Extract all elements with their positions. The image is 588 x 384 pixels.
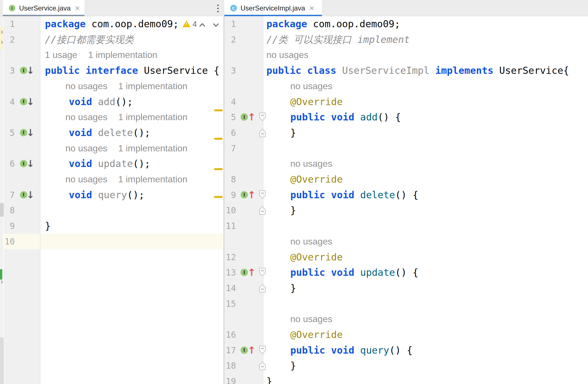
code-text: package com.oop.demo09; — [266, 16, 400, 32]
code-line: 5I↓void delete(); — [4, 125, 223, 141]
inlay-hint-line: no usages — [224, 311, 588, 327]
code-line: 19} — [224, 373, 588, 384]
usage-hint[interactable]: no usages — [65, 174, 107, 184]
inlay-hint-line: no usages — [224, 234, 588, 249]
code-line: 11 — [224, 218, 588, 234]
usage-hint[interactable]: no usages — [290, 236, 332, 247]
inlay-hints: no usages — [290, 234, 343, 249]
implements-method-gutter-icon[interactable]: I — [241, 347, 248, 354]
usage-hint[interactable]: 1 usage — [45, 50, 77, 60]
fold-region-end-icon[interactable] — [259, 360, 267, 373]
warning-stripe-mark[interactable] — [214, 168, 223, 170]
warning-triangle-icon[interactable]: ! — [183, 20, 191, 27]
arrow-down-icon[interactable]: ↓ — [26, 94, 35, 110]
code-token — [92, 96, 98, 107]
tab-userservice-java[interactable]: I UserService.java × — [3, 0, 84, 16]
line-number: 10 — [224, 203, 236, 218]
implements-method-gutter-icon[interactable]: I — [241, 113, 248, 121]
code-token: public void — [290, 345, 354, 356]
warning-stripe-mark[interactable] — [214, 138, 223, 140]
code-text: public void update() { — [290, 265, 418, 280]
close-tab-icon[interactable]: × — [309, 4, 314, 12]
implements-method-gutter-icon[interactable]: I — [241, 191, 248, 199]
code-line: 3I↓public interface UserService { — [4, 63, 223, 78]
code-token — [354, 189, 360, 201]
code-token: query — [98, 189, 127, 201]
inlay-hint-line: no usages — [224, 156, 588, 172]
code-text: } — [290, 203, 296, 218]
code-text: public class UserServiceImpl implements … — [266, 63, 569, 78]
empty-line — [4, 280, 223, 296]
usage-hint[interactable]: 1 implementation — [118, 112, 188, 122]
code-token: public void — [290, 189, 354, 201]
empty-line — [4, 327, 223, 343]
tab-title: UserService.java — [19, 4, 71, 12]
tab-userserviceimpl-java[interactable]: C UserServiceImpl.java × — [224, 0, 322, 16]
arrow-up-icon[interactable]: ↑ — [248, 265, 256, 280]
more-options-kebab-icon[interactable] — [214, 2, 221, 14]
usage-hint[interactable]: 1 implementation — [118, 143, 188, 153]
code-text: public void delete() { — [290, 187, 418, 203]
usage-hint[interactable]: no usages — [65, 143, 107, 153]
scrollbar-thumb[interactable] — [0, 203, 4, 217]
usage-hint[interactable]: no usages — [290, 158, 332, 169]
code-line: 9} — [4, 218, 223, 234]
inlay-hint-line: no usages1 implementation — [4, 109, 223, 125]
close-tab-icon[interactable]: × — [75, 4, 80, 12]
line-number: 7 — [224, 141, 236, 156]
line-number: 14 — [224, 280, 236, 296]
arrow-down-icon[interactable]: ↓ — [26, 63, 35, 78]
usage-hint[interactable]: no usages — [65, 112, 107, 122]
fold-region-start-icon[interactable] — [259, 112, 267, 125]
usage-hint[interactable]: 1 implementation — [118, 81, 188, 91]
code-line: 13I↑public void update() { — [224, 265, 588, 280]
editor-split-divider[interactable] — [223, 0, 224, 384]
code-token: //接口都需要实现类 — [45, 34, 134, 45]
usage-hint[interactable]: 1 implementation — [118, 174, 188, 184]
code-line: 16@Override — [224, 327, 588, 343]
warning-count[interactable]: 4 — [192, 16, 197, 32]
code-token: } — [290, 204, 296, 216]
inlay-hints: no usages1 implementation — [65, 172, 198, 187]
fold-region-end-icon[interactable] — [259, 128, 267, 141]
arrow-down-icon[interactable]: ↓ — [26, 125, 35, 141]
code-line: 2//类 可以实现接口 implement — [224, 32, 588, 47]
arrow-up-icon[interactable]: ↑ — [248, 187, 256, 203]
code-token: () { — [395, 189, 418, 201]
usage-hint[interactable]: no usages — [290, 81, 332, 91]
line-number: 4 — [4, 94, 15, 110]
fold-region-start-icon[interactable] — [259, 190, 267, 203]
code-token: } — [266, 375, 272, 384]
usage-hint[interactable]: 1 implementation — [88, 50, 158, 60]
code-line: 10 — [4, 234, 223, 249]
code-token: com.oop.demo09; — [86, 18, 179, 30]
code-token: (); — [133, 127, 150, 138]
arrow-down-icon[interactable]: ↓ — [26, 156, 35, 172]
line-number: 2 — [4, 32, 15, 47]
code-line: 17I↑public void query() { — [224, 343, 588, 358]
fold-region-start-icon[interactable] — [259, 267, 267, 280]
usage-hint[interactable]: no usages — [266, 50, 309, 60]
arrow-down-icon[interactable]: ↓ — [26, 187, 35, 203]
line-number: 7 — [4, 187, 15, 203]
usage-hint[interactable]: no usages — [290, 314, 332, 324]
next-problem-chevron-icon[interactable] — [213, 21, 219, 27]
previous-problem-chevron-icon[interactable] — [199, 23, 205, 29]
line-number: 3 — [4, 63, 15, 78]
fold-region-end-icon[interactable] — [259, 205, 267, 218]
code-text: void delete(); — [69, 125, 150, 141]
code-token: implements — [435, 65, 494, 76]
implements-method-gutter-icon[interactable]: I — [241, 269, 248, 276]
line-number: 6 — [4, 156, 15, 172]
arrow-up-icon[interactable]: ↑ — [248, 343, 256, 358]
warning-stripe-mark[interactable] — [214, 196, 223, 198]
empty-line — [4, 311, 223, 327]
code-text: package com.oop.demo09; — [45, 16, 179, 32]
usage-hint[interactable]: no usages — [65, 81, 107, 91]
fold-region-start-icon[interactable] — [259, 345, 267, 358]
inlay-hint-line: no usages — [224, 78, 588, 94]
arrow-up-icon[interactable]: ↑ — [248, 109, 256, 125]
fold-region-end-icon[interactable] — [259, 283, 267, 296]
warning-stripe-mark[interactable] — [214, 109, 223, 111]
code-line: 3public class UserServiceImpl implements… — [224, 63, 588, 78]
